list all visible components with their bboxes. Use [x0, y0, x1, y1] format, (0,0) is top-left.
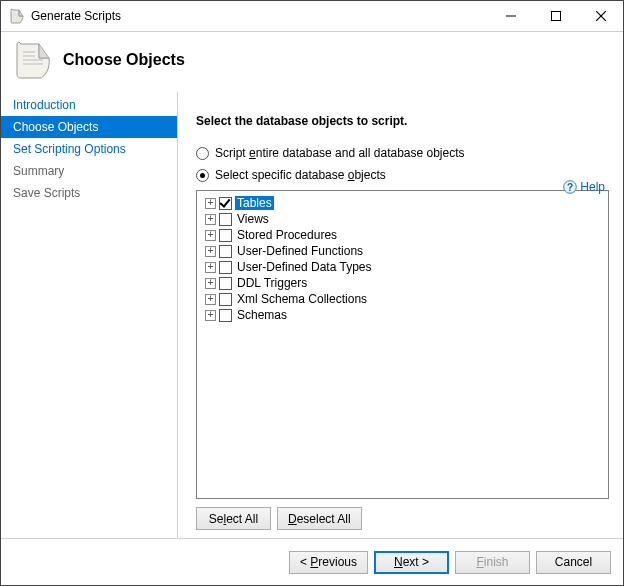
checkbox[interactable] — [219, 309, 232, 322]
window-buttons — [488, 2, 623, 31]
expand-icon[interactable]: + — [205, 310, 216, 321]
tree-item-stored-procedures[interactable]: + Stored Procedures — [201, 227, 604, 243]
wizard-window: Generate Scripts — [0, 0, 624, 586]
help-icon: ? — [563, 180, 577, 194]
sidebar-item-summary[interactable]: Summary — [1, 160, 177, 182]
page-title: Choose Objects — [63, 51, 185, 69]
client-area: Choose Objects Introduction Choose Objec… — [1, 32, 623, 585]
tree-item-schemas[interactable]: + Schemas — [201, 307, 604, 323]
expand-icon[interactable]: + — [205, 230, 216, 241]
checkbox[interactable] — [219, 213, 232, 226]
expand-icon[interactable]: + — [205, 294, 216, 305]
cancel-button[interactable]: Cancel — [536, 551, 611, 574]
main-panel: ? Help Select the database objects to sc… — [178, 92, 623, 538]
radio-icon — [196, 169, 209, 182]
tree-item-ddl-triggers[interactable]: + DDL Triggers — [201, 275, 604, 291]
next-button[interactable]: Next > — [374, 551, 449, 574]
radio-label: Script entire database and all database … — [215, 146, 465, 160]
tree-label: User-Defined Functions — [235, 244, 365, 258]
tree-item-tables[interactable]: + Tables — [201, 195, 604, 211]
expand-icon[interactable]: + — [205, 278, 216, 289]
expand-icon[interactable]: + — [205, 198, 216, 209]
checkbox[interactable] — [219, 277, 232, 290]
app-icon — [9, 8, 25, 24]
svg-text:?: ? — [567, 182, 573, 193]
deselect-all-button[interactable]: Deselect All — [277, 507, 362, 530]
instruction-text: Select the database objects to script. — [196, 114, 609, 128]
window-title: Generate Scripts — [31, 9, 488, 23]
tree-label: Schemas — [235, 308, 289, 322]
checkbox[interactable] — [219, 229, 232, 242]
help-link[interactable]: ? Help — [563, 180, 605, 194]
tree-item-user-defined-data-types[interactable]: + User-Defined Data Types — [201, 259, 604, 275]
radio-icon — [196, 147, 209, 160]
radio-entire-database[interactable]: Script entire database and all database … — [196, 146, 609, 160]
minimize-button[interactable] — [488, 2, 533, 31]
checkbox[interactable] — [219, 261, 232, 274]
tree-label: Tables — [235, 196, 274, 210]
tree-label: Xml Schema Collections — [235, 292, 369, 306]
checkbox[interactable] — [219, 293, 232, 306]
tree-item-user-defined-functions[interactable]: + User-Defined Functions — [201, 243, 604, 259]
previous-button[interactable]: < Previous — [289, 551, 368, 574]
expand-icon[interactable]: + — [205, 214, 216, 225]
maximize-button[interactable] — [533, 2, 578, 31]
select-all-button[interactable]: Select All — [196, 507, 271, 530]
wizard-footer: < Previous Next > Finish Cancel — [1, 539, 623, 585]
sidebar-item-set-scripting-options[interactable]: Set Scripting Options — [1, 138, 177, 160]
tree-label: User-Defined Data Types — [235, 260, 374, 274]
radio-specific-objects[interactable]: Select specific database objects — [196, 168, 609, 182]
tree-label: Stored Procedures — [235, 228, 339, 242]
sidebar-item-introduction[interactable]: Introduction — [1, 94, 177, 116]
sidebar-item-save-scripts[interactable]: Save Scripts — [1, 182, 177, 204]
selection-buttons: Select All Deselect All — [196, 507, 609, 530]
close-button[interactable] — [578, 2, 623, 31]
radio-label: Select specific database objects — [215, 168, 386, 182]
script-page-icon — [13, 38, 53, 82]
checkbox[interactable] — [219, 197, 232, 210]
finish-button: Finish — [455, 551, 530, 574]
sidebar-item-choose-objects[interactable]: Choose Objects — [1, 116, 177, 138]
tree-item-xml-schema-collections[interactable]: + Xml Schema Collections — [201, 291, 604, 307]
titlebar: Generate Scripts — [1, 1, 623, 32]
wizard-sidebar: Introduction Choose Objects Set Scriptin… — [1, 92, 178, 538]
tree-label: Views — [235, 212, 271, 226]
checkbox[interactable] — [219, 245, 232, 258]
page-header: Choose Objects — [1, 32, 623, 92]
tree-label: DDL Triggers — [235, 276, 309, 290]
expand-icon[interactable]: + — [205, 262, 216, 273]
help-label: Help — [580, 180, 605, 194]
svg-rect-1 — [551, 12, 560, 21]
object-tree[interactable]: + Tables + Views + Stored Procedures — [196, 190, 609, 499]
expand-icon[interactable]: + — [205, 246, 216, 257]
wizard-body: Introduction Choose Objects Set Scriptin… — [1, 92, 623, 539]
tree-item-views[interactable]: + Views — [201, 211, 604, 227]
